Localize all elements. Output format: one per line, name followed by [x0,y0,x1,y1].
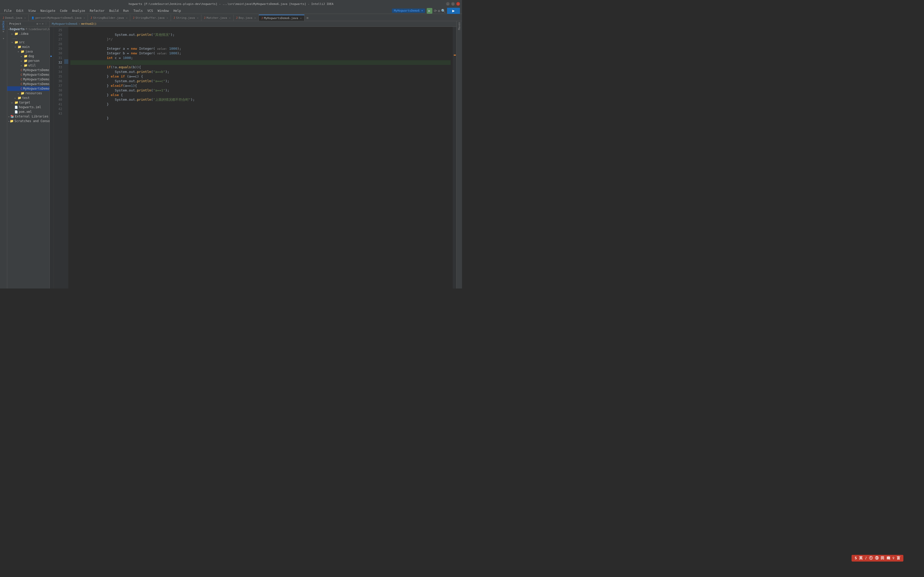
close-button[interactable]: ✕ [456,2,460,6]
tree-main[interactable]: ▾ 📁 main [7,45,50,49]
res-folder-icon: 📁 [21,92,24,95]
iml-icon: 📄 [15,106,18,109]
icon3[interactable]: 🔍 [441,9,446,13]
bookmark-32: ◆ [50,55,52,58]
menu-code[interactable]: Code [58,8,69,13]
tab-person-demo5-label: person\MyHogwartsDemo5.java [36,16,81,19]
ext-folder-icon: 📚 [10,114,14,118]
java-file-icon: C [21,73,23,76]
menu-vcs[interactable]: VCS [145,8,155,13]
structure-strip-btn[interactable]: ≡ [1,29,6,34]
tree-dog[interactable]: ▸ 📁 dog [7,54,50,58]
tree-scratches[interactable]: ▸ 📁 Scratches and Consoles [7,119,50,123]
menu-help[interactable]: Help [171,8,183,13]
maven-strip-btn[interactable]: Maven [458,22,461,30]
tree-demo3[interactable]: C MyHogwartsDemo3 [7,77,50,82]
tab-matcher-close[interactable]: ✕ [229,16,231,19]
left-strip: Project ≡ ★ [0,21,7,288]
menu-tools[interactable]: Tools [131,8,145,13]
icon2[interactable]: ⚙ [438,9,440,13]
tree-java[interactable]: ▾ 📁 java [7,49,50,54]
line-num-38: 38 [54,88,62,93]
run-button[interactable]: ▶ [426,8,432,14]
run-config[interactable]: MyHogwartsDemo6 ▾ [392,8,425,13]
tab-bar: J Demo5.java ✕ 👤 person\MyHogwartsDemo5.… [0,14,462,21]
line-num-40: 40 [54,97,62,102]
breadcrumb-demo6[interactable]: MyHogwartsDemo6 [52,22,78,26]
bp-31 [64,55,68,59]
line-num-29: 29 [54,47,62,51]
bp-27 [64,36,68,41]
sidebar-collapse[interactable]: − [39,22,41,26]
menu-edit[interactable]: Edit [14,8,26,13]
maximize-button[interactable]: □ [451,2,455,6]
project-strip-btn[interactable]: Project [1,22,6,27]
tab-string-label: String.java [176,16,195,19]
sidebar-expand[interactable]: + [42,22,44,26]
code-content[interactable]: System.out.println("其他情况"); }*/ Integer … [68,27,453,288]
arrow-util-icon: ▸ [21,64,24,67]
iml-label: hogwarts.iml [19,105,41,109]
tree-resources[interactable]: ▸ 📁 resources [7,91,50,95]
right-gutter[interactable] [453,27,456,288]
arrow-icon: ▸ [11,32,15,35]
tab-demo6[interactable]: J MyHogwartsDemo6.java ✕ [259,15,305,21]
tab-demo5-close[interactable]: ✕ [24,16,26,19]
icon1[interactable]: ⟳ [434,9,437,13]
line-num-28: 28 [54,42,62,47]
tab-person-demo5[interactable]: 👤 person\MyHogwartsDemo5.java ✕ [29,15,88,21]
menu-build[interactable]: Build [107,8,121,13]
tree-hogwarts-root[interactable]: ▾ hogwarts F:\codeSource\Jenkins-plugin-… [7,27,50,31]
tab-stringbuilder[interactable]: J StringBuilder.java ✕ [88,15,130,21]
tree-external-libs[interactable]: ▸ 📚 External Libraries [7,114,50,119]
menu-navigate[interactable]: Navigate [39,8,58,13]
line-num-37: 37 [54,84,62,88]
tree-demo4[interactable]: C MyHogwartsDemo4 [7,82,50,86]
tab-string[interactable]: J String.java ✕ [171,15,201,21]
tab-stringbuilder-label: StringBuilder.java [93,16,124,19]
line-num-42: 42 [54,106,62,111]
tree-demo2[interactable]: C MyHogwartsDemo2 [7,73,50,77]
tree-person[interactable]: ▸ 📁 person [7,58,50,63]
tab-boy[interactable]: J Boy.java ✕ [234,15,259,21]
gutter-breakpoints [64,27,68,288]
tree-hidden-path: ... [7,36,50,40]
favorites-strip-btn[interactable]: ★ [1,35,6,41]
minimize-button[interactable]: — [446,2,450,6]
sidebar-settings[interactable]: ⚙ [36,22,38,26]
tab-matcher[interactable]: J Matcher.java ✕ [201,15,234,21]
menu-file[interactable]: File [2,8,14,13]
tree-pom[interactable]: 📄 pom.xml [7,110,50,114]
arrow-ext-icon: ▸ [8,115,10,118]
menu-window[interactable]: Window [155,8,171,13]
menu-analyze[interactable]: Analyze [70,8,87,13]
center-layout: Project ≡ ★ Project ⚙ − + ⋮ ▾ hogwarts F… [0,21,462,288]
arrow-java-icon: ▾ [18,50,21,53]
tree-idea[interactable]: ▸ 📁 .idea [7,31,50,36]
tree-hogwarts-iml[interactable]: 📄 hogwarts.iml [7,105,50,110]
tab-string-close[interactable]: ✕ [197,16,199,19]
menu-run[interactable]: Run [121,8,131,13]
tree-demo1[interactable]: C MyHogwartsDemo [7,68,50,73]
tab-boy-close[interactable]: ✕ [254,16,256,19]
editor-area: MyHogwartsDemo6 › method2() ◆ 25 26 [50,21,456,288]
tab-demo6-close[interactable]: ✕ [300,17,302,19]
menu-view[interactable]: View [26,8,38,13]
tab-stringbuilder-close[interactable]: ✕ [126,16,128,19]
tab-stringbuffer-close[interactable]: ✕ [166,16,168,19]
sidebar-options[interactable]: ⋮ [45,22,47,26]
menu-refactor[interactable]: Refactor [88,8,107,13]
breadcrumb-method[interactable]: method2() [81,22,97,26]
tree-test[interactable]: ▸ 📁 test [7,95,50,100]
test-folder-icon: 📁 [18,96,21,100]
tab-more[interactable]: ≡ [304,15,311,21]
tree-demo6[interactable]: C MyHogwartsDemo6 [7,86,50,91]
pom-icon: 📄 [15,110,18,114]
scratch-folder-icon: 📁 [10,119,14,123]
tab-person-demo5-close[interactable]: ✕ [84,16,85,19]
tree-src[interactable]: ▾ 📁 src [7,40,50,45]
tree-util[interactable]: ▸ 📁 util [7,63,50,68]
tab-demo5[interactable]: J Demo5.java ✕ [0,15,29,21]
tab-stringbuffer[interactable]: J StringBuffer.java ✕ [130,15,171,21]
tree-target[interactable]: ▸ 📁 target [7,100,50,105]
